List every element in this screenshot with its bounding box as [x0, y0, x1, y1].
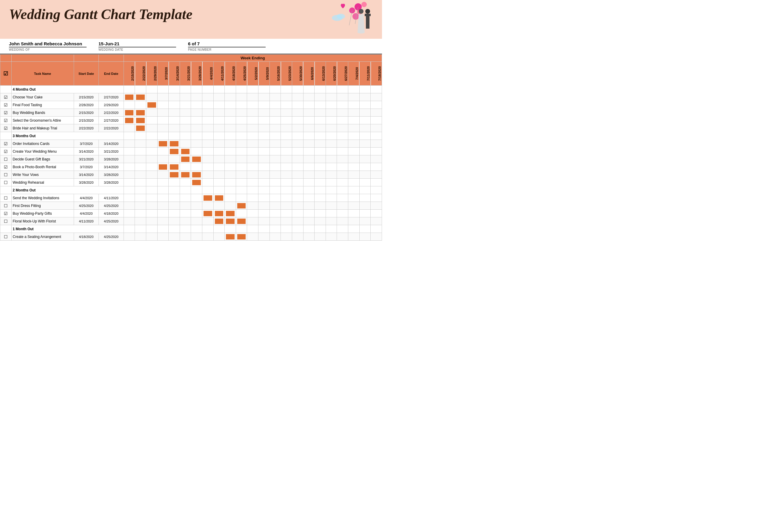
- task-checkbox[interactable]: ☐: [0, 171, 12, 179]
- gantt-cell-5: [180, 194, 191, 202]
- gantt-cell-12: [259, 233, 270, 241]
- task-checkbox[interactable]: ☑: [0, 163, 12, 171]
- week-header-6: 3/28/2020: [191, 62, 202, 85]
- gantt-cell-22: [371, 124, 382, 132]
- gantt-cell-6: [191, 225, 202, 233]
- gantt-cell-21: [359, 109, 371, 117]
- gantt-cell-0: [123, 217, 135, 225]
- gantt-cell-2: [146, 209, 158, 217]
- gantt-cell-19: [337, 117, 348, 124]
- gantt-cell-22: [371, 187, 382, 194]
- gantt-cell-22: [371, 101, 382, 109]
- gantt-cell-5: [180, 209, 191, 217]
- gantt-cell-14: [281, 117, 292, 124]
- gantt-cell-1: [135, 109, 146, 117]
- gantt-cell-3: [157, 85, 169, 93]
- gantt-cell-9: [225, 155, 236, 163]
- task-checkbox[interactable]: [0, 225, 12, 233]
- end-date: 2/27/2020: [99, 117, 124, 124]
- gantt-table: Week Ending ☑ Task Name Start Date End D…: [0, 54, 382, 241]
- gantt-cell-0: [123, 163, 135, 171]
- end-date: 4/25/2020: [99, 202, 124, 209]
- week-header-12: 5/9/2020: [259, 62, 270, 85]
- task-checkbox[interactable]: [0, 187, 12, 194]
- gantt-cell-20: [348, 93, 359, 101]
- gantt-cell-8: [213, 117, 225, 124]
- gantt-cell-20: [348, 187, 359, 194]
- task-checkbox[interactable]: ☐: [0, 179, 12, 187]
- week-header-3: 3/7/2020: [157, 62, 169, 85]
- gantt-cell-10: [236, 117, 247, 124]
- task-checkbox[interactable]: ☑: [0, 93, 12, 101]
- gantt-cell-8: [213, 140, 225, 148]
- gantt-cell-15: [292, 209, 303, 217]
- gantt-cell-18: [325, 93, 337, 101]
- gantt-cell-14: [281, 148, 292, 155]
- gantt-cell-16: [303, 148, 314, 155]
- gantt-cell-12: [259, 101, 270, 109]
- gantt-cell-8: [213, 171, 225, 179]
- week-header-9: 4/18/2020: [225, 62, 236, 85]
- task-checkbox[interactable]: ☑: [0, 101, 12, 109]
- gantt-cell-12: [259, 124, 270, 132]
- gantt-cell-8: [213, 93, 225, 101]
- gantt-cell-18: [325, 140, 337, 148]
- task-checkbox[interactable]: ☑: [0, 117, 12, 124]
- end-date: 3/14/2020: [99, 140, 124, 148]
- gantt-cell-10: [236, 225, 247, 233]
- gantt-cell-6: [191, 132, 202, 140]
- gantt-cell-12: [259, 171, 270, 179]
- task-checkbox[interactable]: ☐: [0, 202, 12, 209]
- gantt-cell-19: [337, 225, 348, 233]
- task-checkbox[interactable]: ☑: [0, 124, 12, 132]
- page-number: 6 of 7: [188, 41, 266, 48]
- week-ending-task-col: [11, 55, 74, 62]
- task-name: Decide Guest Gift Bags: [11, 155, 74, 163]
- task-checkbox[interactable]: ☐: [0, 217, 12, 225]
- gantt-cell-10: [236, 85, 247, 93]
- gantt-cell-14: [281, 171, 292, 179]
- gantt-cell-12: [259, 117, 270, 124]
- gantt-cell-2: [146, 179, 158, 187]
- gantt-cell-7: [202, 233, 214, 241]
- end-date: 3/28/2020: [99, 155, 124, 163]
- gantt-cell-10: [236, 163, 247, 171]
- table-row: ☐Decide Guest Gift Bags3/21/20203/28/202…: [0, 155, 382, 163]
- gantt-cell-20: [348, 233, 359, 241]
- gantt-cell-17: [314, 202, 326, 209]
- gantt-cell-1: [135, 117, 146, 124]
- gantt-cell-3: [157, 155, 169, 163]
- gantt-cell-20: [348, 209, 359, 217]
- gantt-cell-2: [146, 163, 158, 171]
- gantt-cell-7: [202, 202, 214, 209]
- task-checkbox[interactable]: ☑: [0, 148, 12, 155]
- gantt-cell-11: [247, 171, 259, 179]
- task-checkbox[interactable]: ☑: [0, 209, 12, 217]
- task-name: 4 Months Out: [11, 85, 123, 93]
- task-checkbox[interactable]: ☐: [0, 194, 12, 202]
- gantt-cell-0: [123, 148, 135, 155]
- gantt-cell-15: [292, 148, 303, 155]
- task-checkbox[interactable]: ☐: [0, 155, 12, 163]
- task-name: Create a Seating Arrangement: [11, 233, 74, 241]
- start-date: 3/28/2020: [74, 179, 99, 187]
- task-checkbox[interactable]: ☑: [0, 140, 12, 148]
- task-checkbox[interactable]: ☐: [0, 233, 12, 241]
- task-checkbox[interactable]: [0, 132, 12, 140]
- gantt-cell-0: [123, 233, 135, 241]
- gantt-cell-21: [359, 194, 371, 202]
- gantt-cell-15: [292, 109, 303, 117]
- gantt-cell-0: [123, 187, 135, 194]
- gantt-cell-19: [337, 155, 348, 163]
- gantt-cell-16: [303, 93, 314, 101]
- task-name: Write Your Vows: [11, 171, 74, 179]
- gantt-cell-7: [202, 225, 214, 233]
- gantt-cell-13: [270, 109, 281, 117]
- gantt-cell-18: [325, 225, 337, 233]
- end-date: 2/22/2020: [99, 124, 124, 132]
- gantt-cell-3: [157, 217, 169, 225]
- gantt-cell-2: [146, 140, 158, 148]
- task-checkbox[interactable]: ☑: [0, 109, 12, 117]
- task-checkbox[interactable]: [0, 85, 12, 93]
- gantt-cell-5: [180, 187, 191, 194]
